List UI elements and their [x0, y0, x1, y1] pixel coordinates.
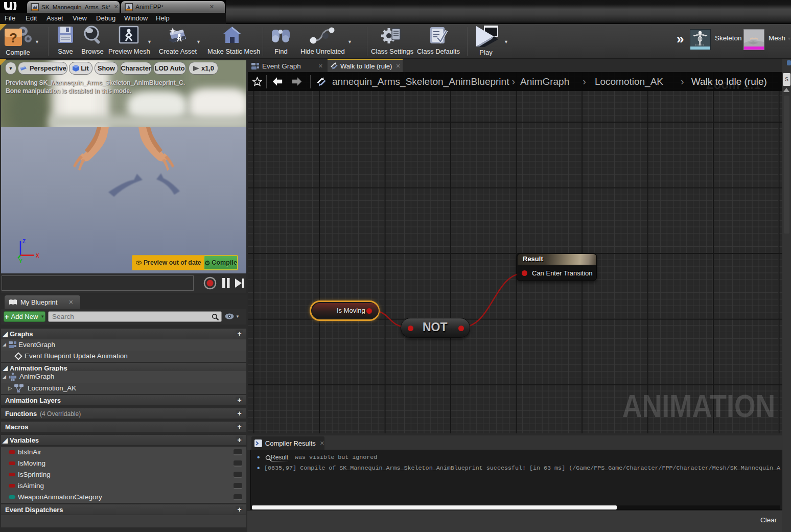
svg-text:Z: Z: [22, 239, 26, 244]
svg-text:Y: Y: [19, 259, 22, 264]
svg-text:?: ?: [9, 30, 17, 45]
svg-text:X: X: [36, 253, 39, 259]
